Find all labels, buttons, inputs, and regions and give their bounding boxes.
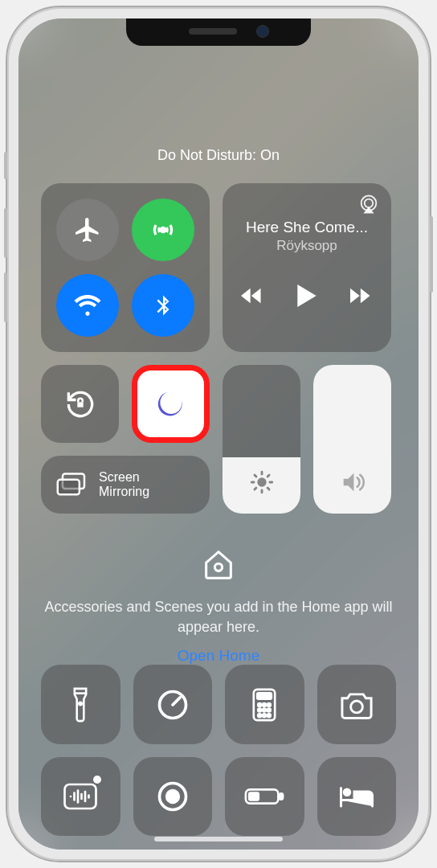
volume-down-button — [4, 272, 7, 322]
camera-button[interactable] — [317, 665, 397, 744]
media-tile[interactable]: Here She Come... Röyksopp — [223, 183, 391, 352]
screen-record-button[interactable] — [133, 757, 213, 837]
wifi-toggle[interactable] — [56, 274, 119, 337]
cellular-icon — [149, 215, 178, 244]
forward-button[interactable] — [350, 287, 373, 305]
do-not-disturb-toggle[interactable] — [132, 365, 210, 443]
airplane-icon — [73, 215, 102, 244]
svg-point-7 — [214, 563, 222, 571]
timer-button[interactable] — [133, 665, 213, 744]
play-button[interactable] — [297, 285, 317, 307]
brightness-slider[interactable] — [223, 365, 300, 514]
svg-rect-26 — [280, 794, 283, 800]
wifi-icon — [73, 291, 102, 320]
bluetooth-icon — [151, 290, 175, 321]
svg-rect-3 — [77, 402, 83, 407]
svg-point-0 — [161, 227, 165, 231]
bluetooth-toggle[interactable] — [132, 274, 194, 337]
home-section: Accessories and Scenes you add in the Ho… — [41, 546, 396, 665]
screen: Do Not Disturb: On — [18, 18, 419, 850]
connectivity-tile[interactable] — [41, 183, 210, 352]
timer-icon — [155, 687, 190, 723]
side-button — [430, 216, 433, 293]
phone-frame: Do Not Disturb: On — [6, 6, 431, 862]
svg-point-15 — [258, 708, 261, 711]
camera-icon — [338, 690, 375, 720]
cellular-data-toggle[interactable] — [132, 199, 194, 261]
svg-point-13 — [263, 703, 266, 706]
svg-point-17 — [268, 708, 271, 711]
calculator-button[interactable] — [225, 665, 304, 744]
svg-point-24 — [166, 791, 178, 803]
battery-icon — [243, 785, 285, 808]
home-icon — [200, 546, 237, 583]
media-title: Here She Come... — [234, 219, 380, 236]
control-center: Do Not Disturb: On — [18, 18, 419, 850]
brightness-icon — [248, 469, 276, 496]
home-message: Accessories and Scenes you add in the Ho… — [41, 597, 396, 637]
svg-rect-11 — [257, 693, 272, 698]
svg-point-2 — [365, 199, 374, 208]
screen-mirroring-button[interactable]: Screen Mirroring — [41, 456, 210, 514]
calculator-icon — [251, 687, 278, 723]
svg-point-12 — [258, 703, 261, 706]
airplay-icon[interactable] — [357, 193, 380, 215]
flashlight-icon — [68, 686, 92, 723]
volume-slider[interactable] — [313, 365, 391, 514]
moon-icon — [154, 387, 188, 421]
volume-icon — [338, 469, 367, 496]
screen-mirroring-icon — [55, 472, 88, 497]
status-text: Do Not Disturb: On — [41, 147, 396, 164]
media-artist: Röyksopp — [234, 238, 380, 254]
voice-memos-button[interactable] — [41, 757, 120, 837]
voice-memos-icon — [61, 777, 100, 816]
rewind-button[interactable] — [241, 287, 263, 305]
svg-point-14 — [268, 703, 271, 706]
low-power-button[interactable] — [225, 757, 304, 837]
sleep-button[interactable] — [317, 757, 397, 837]
bed-icon — [337, 783, 376, 810]
svg-rect-5 — [58, 480, 80, 494]
svg-point-16 — [263, 708, 266, 711]
screen-record-icon — [155, 779, 190, 814]
flashlight-button[interactable] — [41, 665, 120, 744]
svg-rect-22 — [65, 784, 96, 809]
svg-point-6 — [257, 477, 266, 486]
airplane-mode-toggle[interactable] — [56, 199, 119, 261]
screen-mirroring-label: Screen Mirroring — [99, 470, 149, 500]
svg-point-20 — [268, 714, 271, 717]
svg-point-19 — [263, 714, 266, 717]
volume-up-button — [4, 208, 7, 258]
mute-switch — [4, 152, 7, 179]
orientation-lock-icon — [63, 387, 98, 422]
open-home-link[interactable]: Open Home — [41, 647, 396, 665]
svg-point-18 — [258, 714, 261, 717]
svg-point-21 — [350, 701, 362, 713]
home-indicator[interactable] — [154, 837, 283, 841]
orientation-lock-toggle[interactable] — [41, 365, 119, 443]
notch — [126, 18, 311, 46]
svg-point-8 — [80, 702, 82, 704]
svg-rect-27 — [249, 793, 259, 800]
